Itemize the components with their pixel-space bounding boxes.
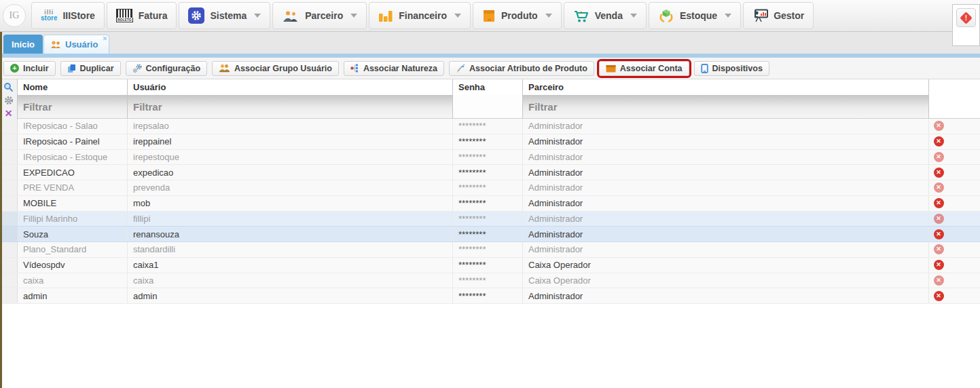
toolbar-button-associar-atributo-de-produto[interactable]: Associar Atributo de Produto [449, 61, 594, 76]
cell-senha: ******** [453, 180, 523, 195]
toolbar-button-associar-grupo-usuario[interactable]: Associar Grupo Usuário [212, 61, 339, 76]
table-row[interactable]: caixacaixa********Caixa Operador✕ [0, 273, 980, 289]
cell-senha: ******** [453, 119, 523, 134]
row-gutter [0, 212, 18, 227]
table-row[interactable]: adminadmin********Administrador✕ [0, 288, 980, 304]
cell-parceiro: Administrador [523, 288, 929, 303]
table-row[interactable]: EXPEDICAOexpedicao********Administrador✕ [0, 165, 980, 180]
cell-usuario: mob [128, 196, 453, 211]
table-row[interactable]: Souzarenansouza********Administrador✕ [0, 227, 980, 242]
nav-item-sistema[interactable]: Sistema [179, 2, 270, 29]
tab-bar: Início Usuário ✕ [0, 32, 980, 54]
nav-item-financeiro[interactable]: Financeiro [369, 2, 471, 29]
nav-item-estoque[interactable]: Estoque [649, 2, 741, 29]
table-row[interactable]: IReposicao - Estoqueirepestoque********A… [0, 150, 980, 166]
toolbar-button-duplicar[interactable]: Duplicar [60, 61, 121, 76]
toolbar-button-incluir[interactable]: +Incluir [3, 61, 56, 76]
cell-parceiro: Administrador [523, 150, 929, 165]
toolbar-button-associar-conta[interactable]: Associar Conta [599, 61, 689, 76]
toolbar-button-configuracao[interactable]: Configuração [126, 61, 208, 76]
table-row[interactable]: Fillipi Marinhofillipi********Administra… [0, 212, 980, 227]
column-header-parceiro[interactable]: Parceiro [523, 79, 929, 95]
cell-usuario: caixa [128, 273, 453, 288]
table-row[interactable]: Plano_Standardstandardilli********Admini… [0, 242, 980, 258]
table-row[interactable]: IReposicao - Painelireppainel********Adm… [0, 134, 980, 150]
delete-icon: ✕ [934, 214, 944, 224]
settings-icon[interactable] [3, 94, 15, 106]
column-header-senha[interactable]: Senha [453, 79, 523, 95]
cell-parceiro: Administrador [523, 180, 929, 195]
toolbar-button-label: Configuração [146, 64, 201, 73]
nav-item-gestor[interactable]: Gestor [743, 2, 814, 29]
nav-item-produto[interactable]: Produto [473, 2, 562, 29]
delete-row-button[interactable]: ✕ [929, 227, 948, 241]
add-icon: + [10, 64, 19, 73]
cell-senha: ******** [453, 196, 523, 211]
row-gutter [0, 196, 18, 211]
delete-row-button[interactable]: ✕ [929, 242, 948, 257]
cell-parceiro: Administrador [523, 242, 929, 257]
chevron-down-icon [545, 14, 552, 18]
nav-item-fatura[interactable]: BOLETOFatura [107, 2, 177, 29]
tab-usuario[interactable]: Usuário ✕ [43, 35, 109, 54]
column-header-usuario[interactable]: Usuário [128, 79, 453, 95]
filter-input-usuario[interactable]: Filtrar [128, 95, 453, 118]
cell-parceiro: Administrador [523, 196, 929, 211]
nav-item-label: Venda [595, 10, 623, 21]
delete-icon: ✕ [934, 275, 944, 286]
table-row[interactable]: PRE VENDAprevenda********Administrador✕ [0, 180, 980, 196]
table-row[interactable]: IReposicao - Salaoirepsalao********Admin… [0, 119, 980, 134]
delete-row-button[interactable]: ✕ [929, 150, 948, 165]
clear-filter-icon[interactable]: ✕ [3, 107, 15, 119]
tab-close-icon[interactable]: ✕ [103, 36, 108, 42]
delete-icon: ✕ [934, 121, 944, 131]
toolbar-button-label: Associar Grupo Usuário [234, 64, 332, 73]
search-icon[interactable] [3, 81, 15, 93]
delete-row-button[interactable]: ✕ [929, 134, 948, 149]
cell-parceiro: Caixa Operador [523, 273, 929, 288]
table-row[interactable]: MOBILEmob********Administrador✕ [0, 196, 980, 212]
row-gutter [0, 119, 18, 134]
toolbar-button-label: Incluir [23, 64, 49, 73]
cell-senha: ******** [453, 165, 523, 180]
row-gutter [0, 180, 18, 195]
cell-parceiro: Caixa Operador [523, 258, 929, 273]
toolbar: +IncluirDuplicarConfiguraçãoAssociar Gru… [0, 58, 980, 79]
cell-usuario: renansouza [128, 227, 453, 241]
nav-item-label: IIIStore [62, 10, 94, 21]
cell-parceiro: Administrador [523, 119, 929, 134]
app-logo: IG [3, 4, 26, 27]
cell-usuario: irepsalao [128, 119, 453, 134]
duplicate-icon [67, 64, 76, 73]
filter-input-nome[interactable]: Filtrar [18, 95, 128, 118]
delete-row-button[interactable]: ✕ [929, 288, 948, 303]
delete-icon: ✕ [934, 291, 944, 301]
cell-nome: PRE VENDA [18, 180, 128, 195]
toolbar-button-dispositivos[interactable]: Dispositivos [694, 61, 769, 76]
column-header-nome[interactable]: Nome [18, 79, 128, 95]
nav-item-venda[interactable]: Venda [564, 2, 647, 29]
row-gutter [0, 242, 18, 257]
cell-nome: MOBILE [18, 196, 128, 211]
filter-input-senha [453, 95, 523, 118]
system-gear-icon [188, 7, 204, 24]
delete-row-button[interactable]: ✕ [929, 196, 948, 211]
nav-item-iiistore[interactable]: illistoreIIIStore [31, 2, 105, 29]
table-row[interactable]: Vídeospdvcaixa1********Caixa Operador✕ [0, 258, 980, 273]
nav-item-parceiro[interactable]: Parceiro [272, 2, 367, 29]
delete-row-button[interactable]: ✕ [929, 212, 948, 227]
product-attribute-icon [456, 64, 465, 73]
grid-header: NomeUsuárioSenhaParceiro [18, 79, 980, 95]
cell-usuario: prevenda [128, 180, 453, 195]
tab-inicio[interactable]: Início [3, 35, 43, 54]
delete-row-button[interactable]: ✕ [929, 258, 948, 273]
delete-row-button[interactable]: ✕ [929, 119, 948, 134]
delete-row-button[interactable]: ✕ [929, 165, 948, 180]
cell-nome: Vídeospdv [18, 258, 128, 273]
alert-button[interactable] [956, 8, 976, 27]
delete-row-button[interactable]: ✕ [929, 273, 948, 288]
filter-input-parceiro[interactable]: Filtrar [523, 95, 929, 118]
toolbar-button-associar-natureza[interactable]: Associar Natureza [344, 61, 444, 76]
row-gutter [0, 134, 18, 149]
delete-row-button[interactable]: ✕ [929, 180, 948, 195]
